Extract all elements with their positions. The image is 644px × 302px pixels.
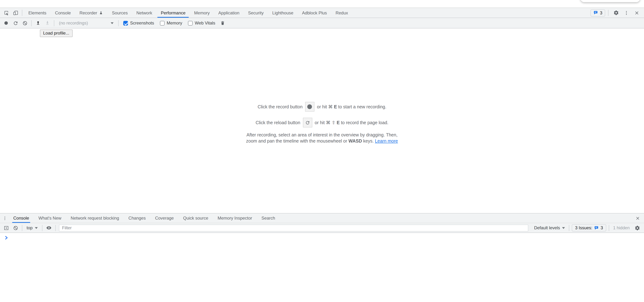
drawer-tab-search[interactable]: Search: [257, 213, 280, 223]
drawer-tabbar: Console What's New Network request block…: [0, 213, 644, 223]
tab-console[interactable]: Console: [51, 8, 75, 18]
device-toolbar-button[interactable]: [11, 9, 20, 17]
divider: [569, 225, 569, 231]
inspect-element-button[interactable]: [2, 9, 11, 17]
divider: [54, 20, 54, 26]
drawer-tab-network-request-blocking[interactable]: Network request blocking: [66, 213, 124, 223]
console-toolbar-right: Default levels 3 Issues: 3 1 hidden: [532, 224, 642, 232]
shift-key-symbol: ⇧: [332, 120, 336, 125]
record-instruction-row: Click the record button or hit ⌘ E to st…: [0, 102, 644, 112]
more-tools-dots-icon: [2, 216, 7, 220]
browser-popup: [580, 0, 640, 2]
console-toolbar: top Default levels 3 Issues:: [0, 223, 644, 233]
drawer-close-button[interactable]: [633, 214, 642, 222]
record-button-illustration[interactable]: [305, 102, 314, 112]
tab-security[interactable]: Security: [244, 8, 268, 18]
reload-icon: [13, 20, 18, 26]
tab-redux[interactable]: Redux: [331, 8, 352, 18]
collect-garbage-button[interactable]: [218, 19, 228, 27]
issues-counter-button[interactable]: 3 Issues: 3: [572, 224, 606, 231]
load-profile-tooltip: Load profile...: [40, 30, 72, 37]
divider: [22, 10, 22, 16]
reload-icon: [305, 120, 310, 125]
drawer-tab-changes[interactable]: Changes: [124, 213, 150, 223]
more-options-button[interactable]: [622, 9, 631, 17]
save-profile-button[interactable]: [43, 19, 52, 27]
save-profile-download-icon: [45, 21, 50, 26]
settings-button[interactable]: [611, 9, 621, 17]
divider: [608, 10, 608, 16]
close-devtools-button[interactable]: [632, 9, 642, 17]
window-actions: 3: [591, 9, 644, 17]
drawer-tab-whats-new[interactable]: What's New: [34, 213, 66, 223]
performance-toolbar: (no recordings) Screenshots Memory Web V…: [0, 18, 644, 29]
divider: [31, 20, 32, 26]
recordings-dropdown-value: (no recordings): [59, 21, 88, 26]
tab-adblock-plus[interactable]: Adblock Plus: [298, 8, 331, 18]
clear-ban-icon: [13, 225, 18, 231]
console-prompt[interactable]: [0, 233, 644, 242]
load-profile-upload-icon: [36, 21, 40, 26]
clear-ban-icon: [22, 20, 28, 26]
dropdown-caret-icon: [35, 227, 38, 229]
drawer-more-tools-button[interactable]: [1, 214, 8, 222]
hidden-messages-count: 1 hidden: [613, 225, 630, 230]
memory-checkbox[interactable]: Memory: [160, 21, 182, 26]
issues-icon: [594, 226, 599, 230]
devtools-window: Elements Console Recorder Sources Networ…: [0, 0, 644, 302]
tab-memory[interactable]: Memory: [190, 8, 214, 18]
learn-more-link[interactable]: Learn more: [375, 138, 398, 144]
drawer-tab-quick-source[interactable]: Quick source: [178, 213, 213, 223]
divider: [42, 225, 42, 231]
dropdown-caret-icon: [111, 22, 114, 24]
tab-performance[interactable]: Performance: [156, 8, 190, 18]
clear-button[interactable]: [20, 19, 30, 27]
performance-empty-state: Click the record button or hit ⌘ E to st…: [0, 102, 644, 144]
issues-icon: [594, 11, 598, 15]
usage-hint: After recording, select an area of inter…: [0, 132, 644, 144]
tab-sources[interactable]: Sources: [108, 8, 132, 18]
more-options-dots-icon: [624, 10, 629, 15]
reload-button-illustration[interactable]: [303, 118, 312, 127]
dropdown-caret-icon: [562, 227, 565, 229]
drawer-tab-console[interactable]: Console: [8, 213, 34, 223]
command-key-symbol: ⌘: [326, 120, 330, 125]
divider: [55, 225, 56, 231]
web-vitals-checkbox[interactable]: Web Vitals: [188, 21, 215, 26]
drawer-tab-coverage[interactable]: Coverage: [150, 213, 178, 223]
live-expression-eye-icon: [46, 225, 52, 231]
record-button[interactable]: [2, 19, 11, 27]
divider: [609, 225, 609, 231]
load-profile-button[interactable]: [34, 19, 43, 27]
drawer-tab-memory-inspector[interactable]: Memory Inspector: [213, 213, 257, 223]
settings-gear-icon: [634, 225, 640, 231]
console-sidebar-icon: [4, 225, 9, 231]
clear-console-button[interactable]: [11, 224, 20, 232]
close-icon: [634, 10, 639, 15]
tab-lighthouse[interactable]: Lighthouse: [268, 8, 298, 18]
console-settings-button[interactable]: [632, 224, 642, 232]
screenshots-checkbox[interactable]: Screenshots: [123, 21, 154, 26]
console-sidebar-toggle-button[interactable]: [2, 224, 11, 232]
inspect-icon: [4, 10, 9, 16]
tab-elements[interactable]: Elements: [24, 8, 51, 18]
recordings-dropdown[interactable]: (no recordings): [56, 19, 116, 27]
javascript-context-dropdown[interactable]: top: [24, 225, 40, 230]
devtools-main-tabbar: Elements Console Recorder Sources Networ…: [0, 8, 644, 18]
issues-badge[interactable]: 3: [591, 9, 605, 16]
tab-network[interactable]: Network: [132, 8, 156, 18]
browser-chrome-strip: [0, 0, 644, 8]
tab-recorder[interactable]: Recorder: [75, 8, 108, 18]
tab-application[interactable]: Application: [214, 8, 244, 18]
reload-and-record-button[interactable]: [11, 19, 20, 27]
console-filter-input[interactable]: [59, 224, 528, 231]
log-levels-dropdown[interactable]: Default levels: [532, 225, 567, 230]
close-icon: [635, 216, 640, 220]
create-live-expression-button[interactable]: [44, 224, 53, 232]
issues-count: 3: [601, 225, 603, 230]
main-tabs: Elements Console Recorder Sources Networ…: [24, 8, 352, 18]
issues-count: 3: [600, 10, 602, 15]
record-icon: [308, 104, 312, 109]
command-key-symbol: ⌘: [328, 104, 332, 109]
record-icon: [3, 20, 9, 26]
